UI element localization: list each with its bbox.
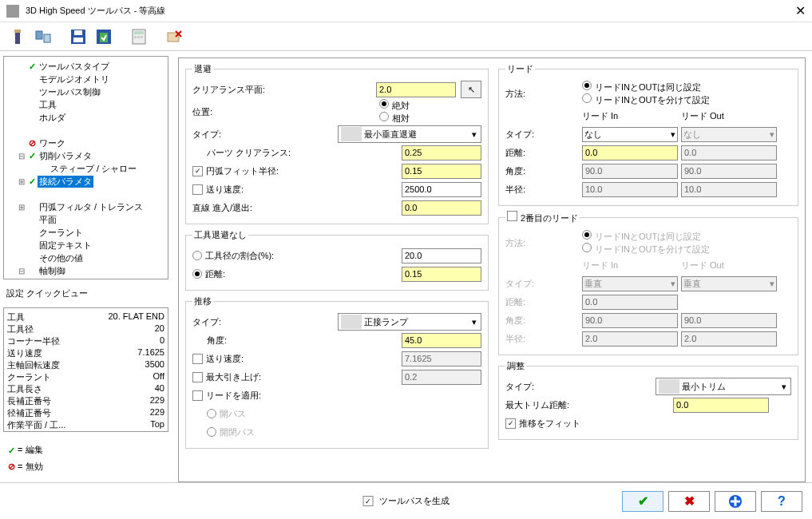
- toolpct-radio[interactable]: [192, 251, 202, 260]
- trans-applylead-check[interactable]: [192, 390, 203, 401]
- rel-radio[interactable]: [379, 112, 389, 121]
- lead-dist-in-input[interactable]: [582, 145, 678, 160]
- dist-radio[interactable]: [192, 269, 202, 279]
- trans-angle-label: 角度:: [207, 335, 402, 347]
- arcfit-check[interactable]: [192, 166, 203, 176]
- tree-item-label[interactable]: ツールパス制御: [38, 86, 102, 98]
- tree-item-label[interactable]: 軸の組み合わせ: [49, 278, 113, 280]
- tree-item-label[interactable]: その他の値: [38, 252, 85, 264]
- window-title: 3D High Speed ツールパス - 等高線: [26, 5, 795, 17]
- svg-rect-2: [36, 31, 42, 39]
- lead2-check[interactable]: [507, 211, 517, 221]
- tree-item-label[interactable]: ワーク: [38, 137, 67, 149]
- calc-icon[interactable]: [129, 27, 149, 46]
- tree-item-label[interactable]: 平面: [38, 214, 58, 226]
- feed-label: 送り速度:: [206, 184, 402, 196]
- maxtrim-input[interactable]: [673, 398, 769, 413]
- tree-item-label[interactable]: 固定テキスト: [38, 240, 93, 252]
- quickview-title: 設定 クイックビュー: [3, 286, 168, 301]
- lineinout-label: 直線 進入/退出:: [192, 202, 402, 214]
- trans-maxpull-input: [402, 370, 481, 385]
- openpath-radio: [207, 409, 216, 418]
- tree-item-label[interactable]: ホルダ: [38, 112, 67, 124]
- tool-icon[interactable]: [8, 27, 27, 46]
- tree-item-label[interactable]: クーラント: [38, 227, 85, 239]
- lead-radius-out-input: [681, 182, 777, 197]
- close-icon[interactable]: ✕: [795, 3, 806, 18]
- retreat-group: 退避 クリアランス平面: ↖ 位置: 絶対 相対 タイプ:: [185, 63, 489, 224]
- generate-toolpath-check[interactable]: ツールパスを生成: [362, 495, 450, 507]
- lead-m2-radio[interactable]: [582, 93, 592, 103]
- tree-item-label[interactable]: 軸制御: [38, 265, 67, 277]
- lead-angle-in-input: [582, 164, 678, 179]
- transition-group: 推移 タイプ: 正接ランプ▾ 角度: 送り速度:: [185, 295, 489, 449]
- compare-icon[interactable]: [34, 27, 53, 46]
- lead-group: リード 方法: リードINとOUTは同じ設定 リードINとOUTを分けて設定 リ…: [498, 63, 798, 206]
- retreat-type-select[interactable]: 最小垂直退避▾: [338, 125, 481, 143]
- toolpct-input[interactable]: [402, 248, 481, 263]
- trans-feed-check[interactable]: [192, 354, 203, 364]
- svg-rect-5: [73, 38, 83, 42]
- lead2-m1-radio: [582, 230, 592, 240]
- svg-rect-13: [141, 36, 143, 38]
- cancel-icon[interactable]: [164, 27, 184, 46]
- position-label: 位置:: [192, 106, 379, 118]
- trans-maxpull-check[interactable]: [192, 372, 203, 382]
- lead-angle-out-input: [681, 164, 777, 179]
- dist-input[interactable]: [402, 267, 481, 282]
- tree-item-label[interactable]: 円弧フィルタ / トレランス: [38, 201, 145, 213]
- trans-feed-input: [402, 351, 481, 366]
- legend: ✓ = 編集 ⊘ = 無効: [3, 438, 168, 477]
- lead2-type-in-select: 垂直▾: [582, 276, 678, 291]
- svg-rect-19: [731, 500, 740, 502]
- save-icon[interactable]: [69, 27, 88, 46]
- adjust-type-select[interactable]: 最小トリム▾: [656, 378, 791, 395]
- lead-radius-in-input: [582, 182, 678, 197]
- lead-dist-out-input: [681, 145, 777, 160]
- dist-label: 距離:: [205, 268, 402, 280]
- cancel-button[interactable]: ✖: [668, 491, 710, 512]
- parts-clearance-input[interactable]: [402, 145, 481, 160]
- trans-applylead-label: リードを適用:: [206, 390, 481, 402]
- add-button[interactable]: [715, 491, 756, 512]
- svg-rect-12: [137, 36, 140, 38]
- adjust-group: 調整 タイプ: 最小トリム▾ 最大トリム距離: 推移をフィット: [498, 360, 798, 440]
- lead2-type-out-select: 垂直▾: [681, 276, 777, 291]
- arcfit-label: 円弧フィット半径:: [206, 165, 402, 177]
- svg-rect-11: [134, 36, 137, 38]
- lead-type-in-select[interactable]: なし▾: [582, 127, 678, 142]
- lead2-group: 2番目のリード 方法: リードINとOUTは同じ設定 リードINとOUTを分けて…: [498, 211, 798, 355]
- arcfit-input[interactable]: [402, 164, 481, 179]
- open-icon[interactable]: [94, 27, 113, 46]
- lead-type-out-select: なし▾: [681, 127, 777, 142]
- lineinout-input[interactable]: [402, 200, 481, 216]
- pick-button[interactable]: ↖: [461, 81, 481, 98]
- clearance-plane-label: クリアランス平面:: [192, 84, 376, 96]
- app-icon: [6, 5, 19, 18]
- svg-rect-3: [44, 34, 50, 42]
- trans-maxpull-label: 最大引き上げ:: [206, 371, 402, 383]
- svg-rect-14: [168, 33, 179, 42]
- lead-m1-radio[interactable]: [582, 81, 592, 90]
- tree-item-label[interactable]: 工具: [38, 99, 58, 111]
- trans-angle-input[interactable]: [402, 333, 481, 348]
- trans-type-select[interactable]: 正接ランプ▾: [338, 313, 481, 331]
- abs-radio[interactable]: [379, 99, 389, 109]
- tree-item-label[interactable]: ツールパスタイプ: [38, 61, 111, 73]
- trans-type-label: タイプ:: [192, 316, 338, 328]
- feed-check[interactable]: [192, 184, 203, 195]
- svg-rect-10: [134, 31, 144, 34]
- ok-button[interactable]: ✔: [622, 491, 663, 512]
- fit-check[interactable]: [505, 418, 516, 429]
- help-button[interactable]: ?: [761, 491, 802, 512]
- tree-item-label[interactable]: 接続パラメタ: [38, 176, 93, 188]
- svg-rect-6: [74, 30, 82, 35]
- toolbar: [0, 22, 812, 51]
- tree-item-label[interactable]: 切削パラメタ: [38, 150, 93, 162]
- parts-clearance-label: パーツ クリアランス:: [207, 147, 402, 159]
- clearance-plane-input[interactable]: [376, 82, 456, 97]
- tree-item-label[interactable]: スティープ / シャロー: [49, 163, 138, 175]
- nav-tree[interactable]: ✓ツールパスタイプモデルジオメトリツールパス制御工具ホルダ ⊘ワーク⊟✓切削パラ…: [3, 56, 168, 279]
- feed-input[interactable]: [402, 182, 481, 197]
- tree-item-label[interactable]: モデルジオメトリ: [38, 73, 111, 85]
